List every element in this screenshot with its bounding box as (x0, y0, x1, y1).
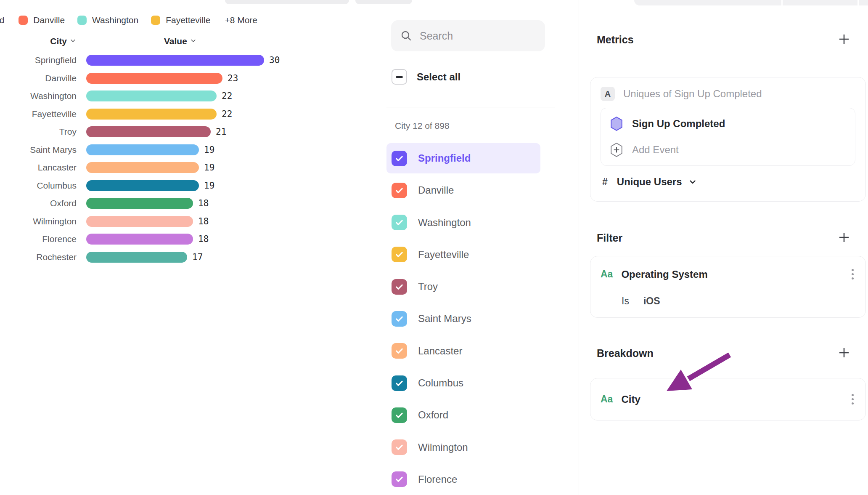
chart-row: Oxford18 (0, 194, 382, 213)
chart-row: Washington22 (0, 87, 382, 105)
legend-swatch (19, 16, 28, 25)
city-checkbox-checked[interactable] (392, 471, 407, 487)
city-checkbox-checked[interactable] (392, 407, 407, 423)
search-icon (400, 30, 412, 42)
chart-row: Columbus19 (0, 177, 382, 195)
search-input[interactable] (420, 30, 537, 42)
city-item-label: Oxford (418, 409, 448, 421)
city-list-item[interactable]: Florence (386, 464, 540, 495)
bar[interactable] (86, 180, 199, 191)
filter-operator: Is (622, 295, 629, 307)
bar-category-label: Washington (0, 91, 77, 101)
city-checkbox-checked[interactable] (392, 247, 407, 262)
city-list-item[interactable]: Danville (386, 175, 540, 205)
bar-value-label: 19 (204, 162, 214, 173)
filter-value: iOS (643, 295, 660, 307)
aggregation-dropdown[interactable]: # Unique Users (601, 176, 855, 188)
breakdown-property-name: City (621, 394, 640, 405)
sort-by-value-header[interactable]: Value (164, 36, 197, 46)
city-list-item[interactable]: Fayetteville (386, 240, 540, 270)
kebab-menu-icon[interactable] (850, 392, 855, 406)
bar[interactable] (86, 162, 199, 173)
bar[interactable] (86, 90, 217, 101)
bar[interactable] (86, 234, 193, 245)
city-checkbox-checked[interactable] (392, 279, 407, 295)
tab-divider (857, 0, 859, 5)
event-row[interactable]: Sign Up Completed (610, 117, 846, 131)
city-list-item[interactable]: Saint Marys (386, 303, 540, 334)
chart-row: Rochester17 (0, 248, 382, 266)
chart-row: Danville23 (0, 69, 382, 88)
bar[interactable] (86, 73, 222, 84)
city-item-label: Danville (418, 184, 454, 196)
city-list-item[interactable]: Wilmington (386, 432, 540, 463)
filter-card: Aa Operating System Is iOS (590, 256, 866, 318)
bar-category-label: Lancaster (0, 162, 77, 173)
bar-value-label: 22 (222, 109, 232, 119)
legend-label: Danville (33, 15, 65, 25)
select-all-row[interactable]: Select all (392, 69, 460, 85)
city-list-item[interactable]: Troy (386, 271, 540, 302)
legend-item[interactable]: Washington (77, 15, 138, 25)
city-checkbox-checked[interactable] (392, 215, 407, 230)
filter-condition-row[interactable]: Is iOS (601, 295, 855, 307)
city-checkbox-checked[interactable] (392, 311, 407, 327)
kebab-menu-icon[interactable] (850, 267, 855, 281)
city-checkbox-checked[interactable] (392, 343, 407, 359)
add-metric-button[interactable] (838, 33, 850, 45)
city-list-item[interactable]: Columbus (386, 368, 540, 398)
city-checkbox-checked[interactable] (392, 151, 407, 166)
bar[interactable] (86, 144, 199, 155)
city-list-item[interactable]: Lancaster (386, 336, 540, 366)
city-count-label: City 12 of 898 (395, 121, 450, 131)
legend-more-label[interactable]: +8 More (225, 15, 257, 25)
breakdown-card[interactable]: Aa City (590, 378, 866, 420)
bar-value-label: 18 (198, 234, 209, 244)
sort-by-city-header[interactable]: City (0, 36, 77, 46)
clipped-toolbar-button (355, 0, 412, 4)
legend-item[interactable]: Danville (19, 15, 65, 25)
filter-property-name: Operating System (621, 269, 707, 280)
bar-value-label: 23 (228, 73, 238, 83)
legend-item[interactable]: Fayetteville (151, 15, 210, 25)
bar[interactable] (86, 216, 193, 227)
city-checkbox-checked[interactable] (392, 375, 407, 391)
city-item-label: Columbus (418, 377, 463, 389)
add-event-hexagon-icon (610, 143, 623, 157)
add-breakdown-button[interactable] (838, 346, 850, 359)
legend-swatch (151, 16, 160, 25)
metric-title-row: A Uniques of Sign Up Completed (601, 87, 855, 101)
city-item-label: Springfield (418, 152, 471, 164)
add-event-row[interactable]: Add Event (610, 143, 846, 157)
city-list-item[interactable]: Springfield (386, 143, 540, 173)
city-item-label: Fayetteville (418, 249, 469, 261)
select-all-checkbox-indeterminate[interactable] (392, 69, 407, 85)
city-checkbox-checked[interactable] (392, 439, 407, 455)
aggregation-label: Unique Users (617, 176, 682, 188)
city-checkbox-checked[interactable] (392, 183, 407, 198)
city-selector-panel: Select all City 12 of 898 SpringfieldDan… (382, 0, 579, 495)
bar-chart-panel: ld DanvilleWashingtonFayetteville +8 Mor… (0, 0, 382, 495)
city-item-label: Saint Marys (418, 313, 471, 325)
event-name: Sign Up Completed (632, 118, 725, 130)
add-event-label: Add Event (632, 144, 679, 156)
filter-property-row[interactable]: Aa Operating System (601, 267, 855, 281)
bar-category-label: Wilmington (0, 216, 77, 226)
bar[interactable] (86, 198, 193, 209)
search-box[interactable] (391, 20, 545, 51)
bar[interactable] (86, 126, 211, 137)
annotation-arrow (579, 0, 868, 495)
chevron-down-icon (190, 37, 197, 44)
bar-value-label: 22 (222, 91, 232, 101)
event-card: Sign Up Completed Add Event (601, 108, 855, 166)
bar[interactable] (86, 109, 217, 120)
city-list-item[interactable]: Oxford (386, 400, 540, 430)
city-list-item[interactable]: Washington (386, 208, 540, 238)
chart-row: Florence18 (0, 230, 382, 248)
legend-label: Fayetteville (166, 15, 210, 25)
chart-row: Troy21 (0, 123, 382, 141)
add-filter-button[interactable] (838, 231, 850, 244)
bar[interactable] (86, 55, 264, 66)
bar-value-label: 19 (204, 145, 214, 155)
bar[interactable] (86, 252, 187, 263)
